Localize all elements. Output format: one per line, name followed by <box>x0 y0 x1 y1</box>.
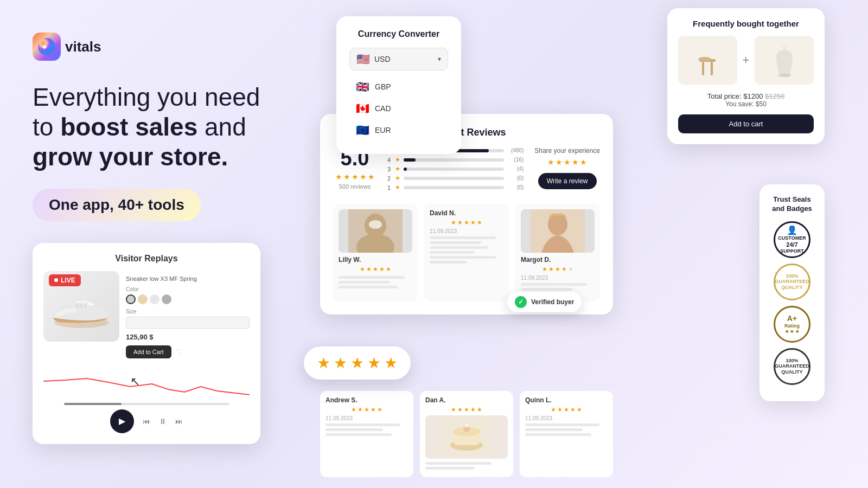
swatch-gray[interactable] <box>126 294 136 304</box>
logo-area: ✦ vitals <box>33 33 293 61</box>
total-price: Total price: $1200 $1250 <box>678 92 814 100</box>
reviewer-name-dan: Dan A. <box>425 396 508 404</box>
visitor-replays-title: Visitor Replays <box>43 254 250 264</box>
float-star-5: ★ <box>384 354 398 372</box>
currency-option-eur[interactable]: 🇪🇺 EUR <box>349 119 448 141</box>
svg-point-24 <box>698 57 711 61</box>
rating-row-2: 2 ★ (0) <box>387 175 524 182</box>
svg-text:✦: ✦ <box>41 43 48 52</box>
heart-icon[interactable]: ♡ <box>176 348 183 356</box>
save-text: You save: $50 <box>678 100 814 108</box>
svg-rect-22 <box>702 62 704 75</box>
review-date-quinn: 11.09.2023 <box>525 415 608 421</box>
selected-flag: 🇺🇸 <box>356 53 370 66</box>
pause-icon[interactable]: ⏸ <box>159 417 167 426</box>
play-button[interactable]: ▶ <box>110 409 134 433</box>
logo-icon: ✦ <box>33 33 61 61</box>
product-info: Sneaker low X3 MF Spring Color Size 125,… <box>126 271 250 363</box>
price: 125,90 $ <box>126 333 250 341</box>
review-quinn: Quinn L. ★ ★ ★ ★ ★ 11.09.2023 <box>520 391 613 477</box>
logo-text: vitals <box>65 38 101 55</box>
summary-stars: ★ ★ ★ ★ ★ <box>333 172 376 181</box>
skip-back-icon[interactable]: ⏮ <box>143 417 150 426</box>
rating-row-1: 1 ★ (0) <box>387 184 524 191</box>
swatch-light[interactable] <box>150 294 159 304</box>
progress-bar[interactable] <box>64 403 229 405</box>
fbt-product-1 <box>678 36 737 85</box>
controls-row: ▶ ⏮ ⏸ ⏭ <box>43 409 250 433</box>
svg-point-11 <box>369 220 382 229</box>
verified-buyer-badge: ✓ Verified buyer <box>507 292 582 312</box>
live-badge: LIVE <box>49 274 81 286</box>
gbp-flag: 🇬🇧 <box>356 80 369 93</box>
trust-badge-rating: A+ Rating ★ ★ ★ <box>774 306 810 343</box>
chart-line: ↖ <box>43 370 250 397</box>
review-date-andrew: 11.09.2023 <box>326 415 408 421</box>
float-star-4: ★ <box>367 354 381 372</box>
float-star-1: ★ <box>317 354 330 372</box>
review-david: David N. ★ ★ ★ ★ ★ 11.09.2023 <box>424 204 509 301</box>
share-title: Share your experience <box>534 147 600 155</box>
currency-dropdown[interactable]: 🇺🇸 USD ▾ <box>349 48 448 70</box>
cursor-arrow: ↖ <box>130 375 140 389</box>
reviewer-name-margot: Margot D. <box>521 256 595 264</box>
fbt-price-row: Total price: $1200 $1250 You save: $50 <box>678 92 814 108</box>
reviewer-name-andrew: Andrew S. <box>326 396 408 404</box>
rating-row-4: 4 ★ (16) <box>387 156 524 163</box>
video-controls: ▶ ⏮ ⏸ ⏭ <box>43 403 250 433</box>
review-count: 500 reviews <box>333 183 376 190</box>
left-section: ✦ vitals Everything you need to boost sa… <box>33 33 293 444</box>
svg-point-13 <box>548 214 567 235</box>
star-2: ★ <box>343 172 350 181</box>
visitor-replays-card: Visitor Replays LIVE <box>33 243 260 444</box>
share-section: Share your experience ★ ★ ★ ★ ★ Write a … <box>534 147 600 189</box>
trust-title: Trust Seals and Badges <box>770 195 814 214</box>
star-1: ★ <box>335 172 342 181</box>
trust-badge-support: 👤 CUSTOMER 24/7 SUPPORT <box>774 221 810 258</box>
review-date-margot: 11.09.2023 <box>521 275 595 281</box>
verified-label: Verified buyer <box>531 298 574 306</box>
currency-title: Currency Converter <box>349 29 448 39</box>
plus-icon: + <box>743 53 750 67</box>
fbt-title: Frequently bought together <box>678 19 814 28</box>
swatch-beige[interactable] <box>138 294 148 304</box>
chevron-down-icon: ▾ <box>438 55 441 63</box>
fbt-products: + <box>678 36 814 85</box>
svg-point-26 <box>778 74 791 77</box>
eur-flag: 🇪🇺 <box>356 124 369 137</box>
trust-badge-quality-2: 100% GUARANTEED QUALITY <box>774 348 810 385</box>
reviews-grid: Lilly W. ★ ★ ★ ★ ★ David N. ★ ★ ★ ★ ★ 11… <box>333 204 600 301</box>
skip-forward-icon[interactable]: ⏭ <box>175 417 183 426</box>
svg-rect-23 <box>711 62 713 75</box>
star-5: ★ <box>368 172 375 181</box>
currency-option-cad[interactable]: 🇨🇦 CAD <box>349 98 448 119</box>
frequently-bought-card: Frequently bought together + <box>667 8 825 144</box>
cad-flag: 🇨🇦 <box>356 102 369 115</box>
trust-badge-quality-1: 100% GUARANTEED QUALITY <box>774 264 810 300</box>
add-to-cart-button[interactable]: Add to Cart <box>126 345 171 358</box>
fbt-product-2 <box>755 36 814 85</box>
floating-stars: ★ ★ ★ ★ ★ <box>304 346 411 380</box>
review-date-david: 11.09.2023 <box>430 228 503 234</box>
reviewer-img-lilly <box>339 209 412 253</box>
reviewer-name-lilly: Lilly W. <box>339 256 412 264</box>
hero-title: Everything you need to boost sales and g… <box>33 82 293 172</box>
review-lilly: Lilly W. ★ ★ ★ ★ ★ <box>333 204 418 301</box>
rating-row-3: 3 ★ (4) <box>387 165 524 172</box>
currency-option-gbp[interactable]: 🇬🇧 GBP <box>349 76 448 98</box>
size-select[interactable] <box>126 317 250 329</box>
write-review-button[interactable]: Write a review <box>538 173 597 189</box>
trust-seals-card: Trust Seals and Badges 👤 CUSTOMER 24/7 S… <box>760 184 825 401</box>
fbt-add-to-cart-button[interactable]: Add to cart <box>678 114 814 133</box>
bottom-reviews-section: Andrew S. ★ ★ ★ ★ ★ 11.09.2023 Dan A. ★ … <box>320 391 613 477</box>
float-star-2: ★ <box>334 354 347 372</box>
star-3: ★ <box>352 172 359 181</box>
product-name: Sneaker low X3 MF Spring <box>126 275 250 282</box>
swatch-med[interactable] <box>162 294 171 304</box>
color-swatches <box>126 294 250 304</box>
star-4: ★ <box>360 172 367 181</box>
currency-converter-card: Currency Converter 🇺🇸 USD ▾ 🇬🇧 GBP 🇨🇦 CA… <box>336 16 461 154</box>
share-stars: ★ ★ ★ ★ ★ <box>534 158 600 166</box>
verified-check-icon: ✓ <box>515 296 527 308</box>
original-price: $1250 <box>765 92 784 100</box>
